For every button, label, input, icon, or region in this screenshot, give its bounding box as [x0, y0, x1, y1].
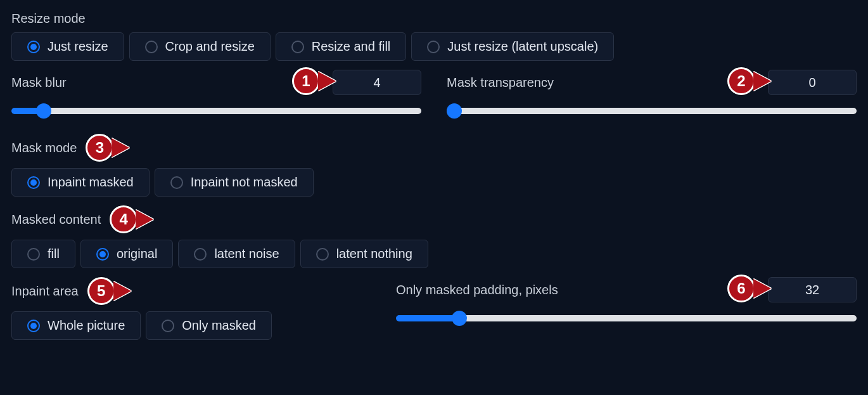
radio-option-label: latent nothing — [336, 247, 412, 261]
radio-option-label: fill — [48, 247, 60, 261]
callout-4: 4 — [110, 205, 137, 233]
inpaint-area-option[interactable]: Only masked — [146, 311, 272, 340]
radio-dot-icon — [194, 248, 207, 261]
masked-content-option[interactable]: latent noise — [178, 240, 295, 268]
resize-mode-option[interactable]: Just resize (latent upscale) — [411, 32, 614, 61]
radio-dot-icon — [96, 248, 109, 261]
radio-dot-icon — [27, 176, 40, 189]
radio-dot-icon — [27, 41, 40, 53]
masked-content-option[interactable]: latent nothing — [300, 240, 428, 268]
inpaint-area-option[interactable]: Whole picture — [11, 311, 141, 340]
inpaint-area-radios: Whole pictureOnly masked — [11, 311, 371, 340]
only-masked-padding-value[interactable]: 32 — [768, 277, 857, 302]
radio-option-label: Just resize (latent upscale) — [447, 39, 598, 54]
masked-content-label: Masked content 4 — [11, 205, 857, 233]
callout-3: 3 — [86, 134, 113, 162]
mask-transparency-label: Mask transparency — [447, 75, 554, 90]
resize-mode-option[interactable]: Just resize — [11, 32, 124, 61]
radio-dot-icon — [27, 248, 40, 261]
masked-content-option[interactable]: fill — [11, 240, 75, 268]
mask-transparency-slider[interactable] — [447, 108, 857, 114]
radio-dot-icon — [291, 41, 304, 53]
radio-option-label: Only masked — [182, 318, 256, 333]
mask-transparency-value[interactable]: 0 — [768, 70, 857, 95]
resize-mode-option[interactable]: Resize and fill — [276, 32, 407, 61]
mask-blur-slider[interactable] — [11, 108, 421, 114]
radio-option-label: Whole picture — [48, 318, 125, 333]
radio-dot-icon — [145, 41, 158, 53]
inpaint-area-label: Inpaint area 5 — [11, 277, 371, 305]
radio-dot-icon — [427, 41, 440, 53]
radio-option-label: Resize and fill — [312, 39, 391, 54]
only-masked-padding-slider[interactable] — [396, 315, 857, 321]
resize-mode-label: Resize mode — [11, 11, 857, 26]
mask-mode-label: Mask mode 3 — [11, 134, 857, 162]
callout-5: 5 — [87, 277, 115, 305]
radio-dot-icon — [316, 248, 329, 261]
radio-dot-icon — [27, 320, 40, 332]
resize-mode-option[interactable]: Crop and resize — [129, 32, 271, 61]
radio-option-label: Inpaint masked — [48, 175, 134, 190]
radio-dot-icon — [170, 176, 183, 189]
mask-blur-label: Mask blur — [11, 75, 67, 90]
resize-mode-radios: Just resizeCrop and resizeResize and fil… — [11, 32, 857, 61]
radio-option-label: Inpaint not masked — [191, 175, 298, 190]
mask-mode-option[interactable]: Inpaint masked — [11, 168, 150, 197]
radio-option-label: Crop and resize — [165, 39, 255, 54]
mask-mode-radios: Inpaint maskedInpaint not masked — [11, 168, 857, 197]
callout-1: 1 — [292, 67, 320, 95]
callout-6: 6 — [727, 275, 755, 302]
radio-option-label: Just resize — [48, 39, 108, 54]
mask-blur-value[interactable]: 4 — [333, 70, 421, 95]
masked-content-option[interactable]: original — [80, 240, 173, 268]
radio-option-label: original — [117, 247, 157, 261]
masked-content-radios: filloriginallatent noiselatent nothing — [11, 240, 857, 268]
callout-2: 2 — [727, 67, 755, 95]
radio-dot-icon — [162, 320, 174, 332]
only-masked-padding-label: Only masked padding, pixels — [396, 283, 558, 297]
radio-option-label: latent noise — [214, 247, 279, 261]
mask-mode-option[interactable]: Inpaint not masked — [155, 168, 314, 197]
